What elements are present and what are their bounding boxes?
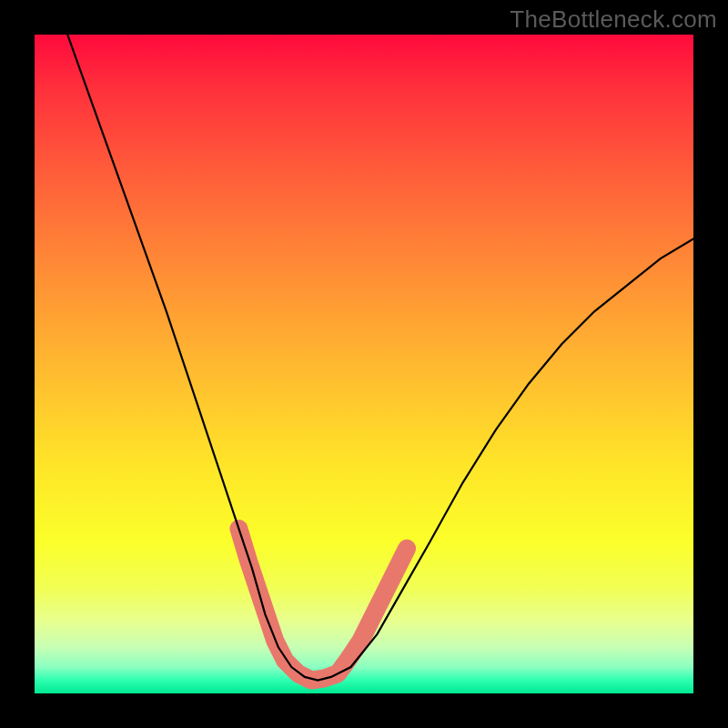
highlight-band <box>238 529 407 681</box>
watermark-text: TheBottleneck.com <box>510 5 717 34</box>
plot-area <box>35 35 693 693</box>
chart-overlay <box>35 35 693 693</box>
chart-stage: TheBottleneck.com <box>0 0 728 728</box>
